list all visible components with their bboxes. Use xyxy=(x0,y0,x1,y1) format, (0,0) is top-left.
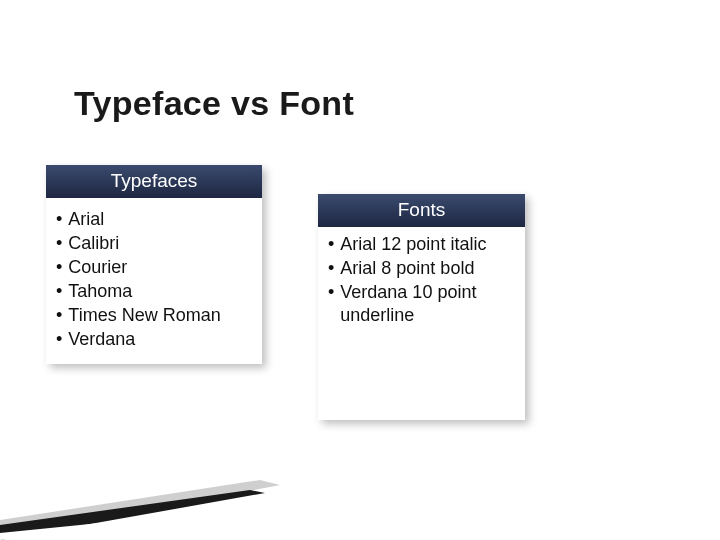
list-item-label: Courier xyxy=(68,256,254,279)
list-item-label: Tahoma xyxy=(68,280,254,303)
bullet-icon: • xyxy=(56,280,62,303)
list-item: • Verdana 10 point underline xyxy=(328,281,517,327)
list-item-label: Arial xyxy=(68,208,254,231)
svg-marker-2 xyxy=(0,510,240,540)
bullet-icon: • xyxy=(56,232,62,255)
list-item: • Arial 12 point italic xyxy=(328,233,517,256)
bullet-icon: • xyxy=(56,208,62,231)
bullet-icon: • xyxy=(56,328,62,351)
list-item-label: Arial 12 point italic xyxy=(340,233,517,256)
fonts-list: • Arial 12 point italic • Arial 8 point … xyxy=(318,227,525,420)
decorative-wedge-icon xyxy=(0,450,280,540)
list-item-label: Verdana 10 point underline xyxy=(340,281,517,327)
svg-marker-1 xyxy=(0,490,265,540)
typefaces-panel: Typefaces • Arial • Calibri • Courier • … xyxy=(46,165,262,364)
list-item-label: Times New Roman xyxy=(68,304,254,327)
list-item-label: Calibri xyxy=(68,232,254,255)
slide-title: Typeface vs Font xyxy=(74,84,354,123)
svg-marker-0 xyxy=(0,480,280,540)
bullet-icon: • xyxy=(328,233,334,256)
list-item: • Courier xyxy=(56,256,254,279)
fonts-header: Fonts xyxy=(318,194,525,227)
fonts-panel: Fonts • Arial 12 point italic • Arial 8 … xyxy=(318,194,525,420)
list-item: • Arial 8 point bold xyxy=(328,257,517,280)
list-item: • Arial xyxy=(56,208,254,231)
bullet-icon: • xyxy=(56,304,62,327)
list-item: • Verdana xyxy=(56,328,254,351)
list-item: • Tahoma xyxy=(56,280,254,303)
list-item: • Calibri xyxy=(56,232,254,255)
bullet-icon: • xyxy=(328,257,334,280)
list-item-label: Arial 8 point bold xyxy=(340,257,517,280)
typefaces-list: • Arial • Calibri • Courier • Tahoma • T… xyxy=(46,198,262,364)
list-item: • Times New Roman xyxy=(56,304,254,327)
typefaces-header: Typefaces xyxy=(46,165,262,198)
bullet-icon: • xyxy=(328,281,334,304)
list-item-label: Verdana xyxy=(68,328,254,351)
bullet-icon: • xyxy=(56,256,62,279)
slide: Typeface vs Font Typefaces • Arial • Cal… xyxy=(0,0,720,540)
